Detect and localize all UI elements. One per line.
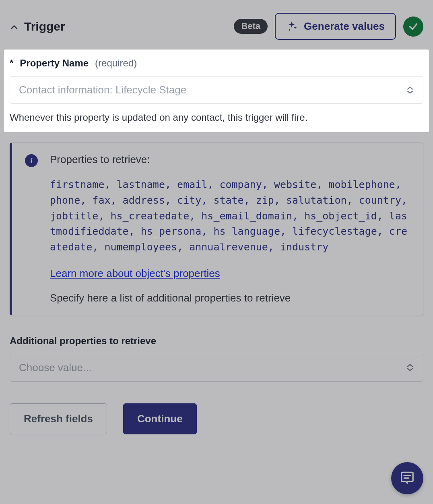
beta-badge: Beta <box>234 19 268 33</box>
info-icon: i <box>25 154 38 167</box>
additional-properties-select[interactable]: Choose value... <box>10 354 423 382</box>
info-subtitle: Specify here a list of additional proper… <box>50 292 410 304</box>
property-name-panel: * Property Name (required) Contact infor… <box>4 50 429 132</box>
required-asterisk: * <box>10 58 13 69</box>
properties-info-card: i Properties to retrieve: firstname, las… <box>10 143 423 315</box>
continue-button[interactable]: Continue <box>123 403 197 434</box>
section-title: Trigger <box>24 20 65 33</box>
status-check-icon <box>403 17 423 37</box>
info-title: Properties to retrieve: <box>50 153 410 166</box>
sort-caret-icon <box>406 361 414 374</box>
field-label: Property Name <box>20 58 89 69</box>
trigger-header: Trigger Beta Generate values <box>0 0 433 50</box>
sparkle-icon <box>286 21 298 33</box>
additional-properties-section: Additional properties to retrieve Choose… <box>10 335 423 382</box>
required-hint: (required) <box>95 58 137 69</box>
property-name-select[interactable]: Contact information: Lifecycle Stage <box>10 76 423 104</box>
learn-more-link[interactable]: Learn more about object's properties <box>50 267 220 280</box>
additional-properties-label: Additional properties to retrieve <box>10 335 423 347</box>
chat-fab[interactable] <box>391 462 423 494</box>
action-buttons: Refresh fields Continue <box>10 403 423 434</box>
refresh-fields-button[interactable]: Refresh fields <box>10 403 107 434</box>
field-help-text: Whenever this property is updated on any… <box>10 112 423 123</box>
generate-values-button[interactable]: Generate values <box>275 13 396 40</box>
properties-list: firstname, lastname, email, company, web… <box>50 177 410 255</box>
chevron-up-icon[interactable] <box>10 23 17 30</box>
generate-values-label: Generate values <box>304 20 385 33</box>
chat-icon <box>400 470 415 487</box>
sort-caret-icon <box>406 84 414 97</box>
